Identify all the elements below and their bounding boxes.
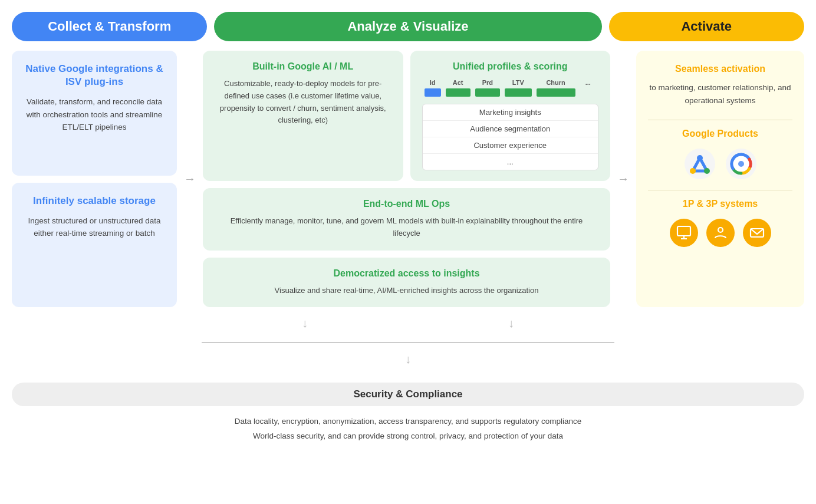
mlops-box: End-to-end ML Ops Efficiently manage, mo… [203,188,610,251]
middle-top-row: Built-in Google AI / ML Customizable, re… [203,51,610,181]
down-arrow-left: ↓ [302,317,308,330]
security-text-1: Data locality, encryption, anonymization… [12,414,804,429]
insights-marketing: Marketing insights [423,104,598,121]
builtin-ai-text: Customizable, ready-to-deploy models for… [215,78,391,127]
middle-column: Built-in Google AI / ML Customizable, re… [203,51,610,307]
left-to-middle-arrow: → [184,51,196,307]
down-arrow-right: ↓ [508,317,514,330]
native-google-title: Native Google integrations & ISV plug-in… [22,62,166,88]
google-products-row [685,149,756,179]
divider-1 [648,120,792,120]
col-id: Id [422,78,443,87]
center-down-arrow: ↓ [12,353,804,366]
main-layout: Collect & Transform Analyze & Visualize … [12,12,804,443]
activation-text: to marketing, customer relationship, and… [648,81,792,107]
svg-point-8 [738,161,744,167]
col-more: ... [578,78,598,87]
insights-customer: Customer experience [423,137,598,154]
security-section: Security & Compliance Data locality, enc… [12,383,804,443]
svg-rect-9 [677,226,690,236]
col-act: Act [443,78,473,87]
scalable-storage-box: Infinitely scalable storage Ingest struc… [12,183,177,308]
insights-audience: Audience segmentation [423,121,598,137]
svg-point-2 [690,168,696,174]
header-row: Collect & Transform Analyze & Visualize … [12,12,804,41]
unified-profiles-title: Unified profiles & scoring [422,61,599,72]
bottom-arrows-row: ↓ ↓ [12,317,804,332]
security-text-2: World-class security, and can provide st… [12,429,804,443]
democratized-text: Visualize and share real-time, AI/ML-enr… [217,285,596,297]
mlops-title: End-to-end ML Ops [217,199,596,209]
svg-point-0 [685,149,715,179]
native-google-box: Native Google integrations & ISV plug-in… [12,51,177,176]
divider-2 [648,190,792,190]
arrow-right-icon: → [184,172,196,186]
svg-point-12 [718,228,723,232]
right-column: Seamless activation to marketing, custom… [636,51,804,307]
insights-more: ... [423,154,598,170]
col-ltv: LTV [502,78,534,87]
google-cloud-icon [726,149,756,179]
monitor-icon [670,219,698,247]
unified-profiles-box: Unified profiles & scoring Id Act Prd LT… [410,51,611,181]
mail-icon [743,219,771,247]
insights-list: Marketing insights Audience segmentation… [422,104,599,170]
activation-title: Seamless activation [675,64,765,74]
content-row: Native Google integrations & ISV plug-in… [12,51,804,307]
activate-header: Activate [609,12,804,41]
system-icons-row [670,219,771,247]
analyze-header: Analyze & Visualize [214,12,601,41]
svg-point-4 [697,155,703,161]
col-prd: Prd [473,78,503,87]
unified-table: Id Act Prd LTV Churn ... [422,78,599,98]
arrow-right-icon-2: → [617,172,629,186]
connector-line [202,342,614,343]
google-ads-icon [685,149,715,179]
mlops-text: Efficiently manage, monitor, tune, and g… [217,215,596,240]
google-products-title: Google Products [682,129,758,139]
democratized-box: Democratized access to insights Visualiz… [203,258,610,308]
middle-to-right-arrow: → [617,51,629,307]
security-title: Security & Compliance [12,383,804,406]
builtin-ai-title: Built-in Google AI / ML [215,61,391,72]
collect-header: Collect & Transform [12,12,207,41]
democratized-title: Democratized access to insights [217,268,596,279]
systems-title: 1P & 3P systems [683,199,758,209]
support-icon [706,219,735,247]
scalable-storage-title: Infinitely scalable storage [22,195,166,207]
native-google-text: Validate, transform, and reconcile data … [22,95,166,134]
scalable-storage-text: Ingest structured or unstructured data e… [22,215,166,240]
left-column: Native Google integrations & ISV plug-in… [12,51,177,307]
builtin-ai-box: Built-in Google AI / ML Customizable, re… [203,51,403,181]
col-churn: Churn [534,78,578,87]
svg-point-3 [704,168,710,174]
